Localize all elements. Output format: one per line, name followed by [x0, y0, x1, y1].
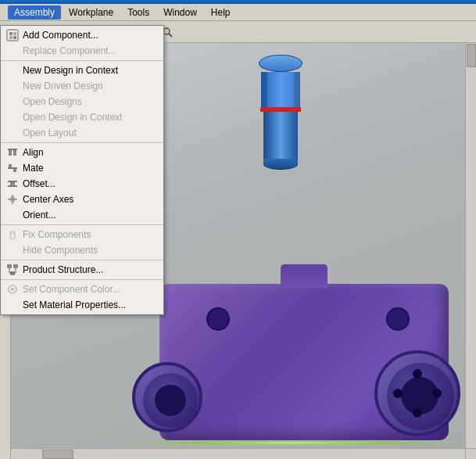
replace-component-label: Replace Component...	[23, 45, 116, 56]
svg-rect-18	[7, 264, 12, 268]
open-layout-label: Open Layout	[23, 127, 77, 138]
menu-open-design-context: Open Design in Context	[1, 109, 163, 125]
cylinder-upper-body	[261, 72, 300, 107]
menu-offset[interactable]: Offset...	[1, 176, 163, 192]
menu-new-design-context[interactable]: New Design in Context	[1, 63, 163, 78]
svg-rect-13	[10, 182, 15, 185]
separator-1	[1, 60, 163, 61]
cylinder-lower-body	[263, 112, 298, 159]
fix-components-label: Fix Components	[23, 229, 91, 240]
new-driven-design-icon	[5, 79, 20, 93]
menu-product-structure[interactable]: Product Structure...	[1, 262, 163, 278]
menu-item-workplane[interactable]: Workplane	[63, 5, 120, 20]
center-hole-2	[386, 307, 410, 331]
scrollbar-corner	[465, 448, 476, 459]
left-wheel	[132, 362, 202, 432]
orient-label: Orient...	[23, 210, 56, 221]
new-design-context-label: New Design in Context	[23, 65, 118, 76]
separator-5	[1, 279, 163, 280]
svg-rect-7	[13, 150, 16, 156]
svg-rect-1	[9, 32, 13, 35]
hide-components-icon	[5, 243, 20, 257]
purple-assembly-part	[120, 253, 464, 456]
menu-bar: Assembly Workplane Tools Window Help Add…	[0, 4, 476, 21]
mate-icon	[5, 161, 20, 175]
separator-2	[1, 142, 163, 143]
menu-fix-components: Fix Components	[1, 227, 163, 242]
mate-label: Mate	[23, 163, 44, 174]
separator-3	[1, 224, 163, 225]
menu-set-component-color: Set Component Color...	[1, 281, 163, 297]
menu-set-material-properties[interactable]: Set Material Properties...	[1, 297, 163, 313]
menu-align[interactable]: Align	[1, 145, 163, 160]
add-component-icon	[5, 28, 20, 42]
hide-components-label: Hide Components	[23, 245, 98, 256]
align-label: Align	[23, 147, 44, 158]
set-material-properties-icon	[5, 298, 20, 312]
scrollbar-bottom-thumb[interactable]	[42, 450, 73, 459]
svg-rect-19	[13, 264, 18, 268]
offset-icon	[5, 177, 20, 191]
product-structure-label: Product Structure...	[23, 264, 103, 275]
set-material-properties-label: Set Material Properties...	[23, 299, 126, 310]
set-component-color-icon	[5, 282, 20, 296]
menu-item-help[interactable]: Help	[205, 5, 237, 20]
product-structure-icon	[5, 263, 20, 277]
assembly-dropdown: Add Component... Replace Component... Ne…	[0, 25, 164, 315]
svg-rect-3	[9, 36, 13, 39]
center-axes-label: Center Axes	[23, 194, 73, 205]
menu-item-assembly[interactable]: Assembly	[8, 5, 61, 20]
menu-mate[interactable]: Mate	[1, 160, 163, 176]
orient-icon	[5, 208, 20, 222]
blue-cylinder-part	[253, 55, 308, 170]
cylinder-top-cap	[259, 55, 302, 72]
scrollbar-bottom[interactable]	[11, 448, 465, 459]
menu-open-designs: Open Designs	[1, 94, 163, 109]
svg-rect-9	[9, 164, 12, 167]
svg-rect-4	[13, 36, 16, 39]
open-design-context-icon	[5, 110, 20, 124]
align-icon	[5, 145, 20, 160]
open-layout-icon	[5, 126, 20, 140]
replace-component-icon	[5, 44, 20, 58]
offset-label: Offset...	[23, 178, 55, 189]
set-component-color-label: Set Component Color...	[23, 284, 120, 295]
scrollbar-right-thumb[interactable]	[467, 44, 476, 67]
right-wheel	[374, 350, 460, 436]
svg-point-25	[11, 288, 14, 291]
center-hole-1	[206, 307, 230, 331]
center-axes-icon	[5, 192, 20, 206]
menu-new-driven-design: New Driven Design	[1, 78, 163, 94]
new-design-context-icon	[5, 63, 20, 77]
svg-rect-10	[13, 169, 16, 172]
separator-4	[1, 260, 163, 260]
svg-line-41	[169, 34, 172, 37]
menu-replace-component: Replace Component...	[1, 43, 163, 59]
menu-center-axes[interactable]: Center Axes	[1, 192, 163, 207]
fix-components-icon	[5, 228, 20, 242]
top-notch	[281, 264, 327, 288]
svg-point-40	[163, 28, 170, 34]
add-component-label: Add Component...	[23, 30, 98, 41]
open-designs-label: Open Designs	[23, 96, 82, 107]
menu-item-window[interactable]: Window	[157, 5, 203, 20]
menu-hide-components: Hide Components	[1, 242, 163, 258]
svg-rect-17	[10, 234, 15, 238]
scrollbar-right[interactable]	[465, 43, 476, 448]
svg-rect-2	[13, 32, 16, 35]
menu-orient[interactable]: Orient...	[1, 207, 163, 223]
menu-add-component[interactable]: Add Component...	[1, 27, 163, 43]
cylinder-bottom-cap	[263, 159, 298, 170]
open-design-context-label: Open Design in Context	[23, 112, 122, 123]
open-designs-icon	[5, 95, 20, 109]
menu-open-layout: Open Layout	[1, 125, 163, 141]
new-driven-design-label: New Driven Design	[23, 81, 103, 91]
ground-line	[120, 442, 464, 444]
svg-rect-6	[9, 150, 12, 156]
purple-main-body	[159, 284, 449, 440]
menu-item-tools[interactable]: Tools	[121, 5, 156, 20]
